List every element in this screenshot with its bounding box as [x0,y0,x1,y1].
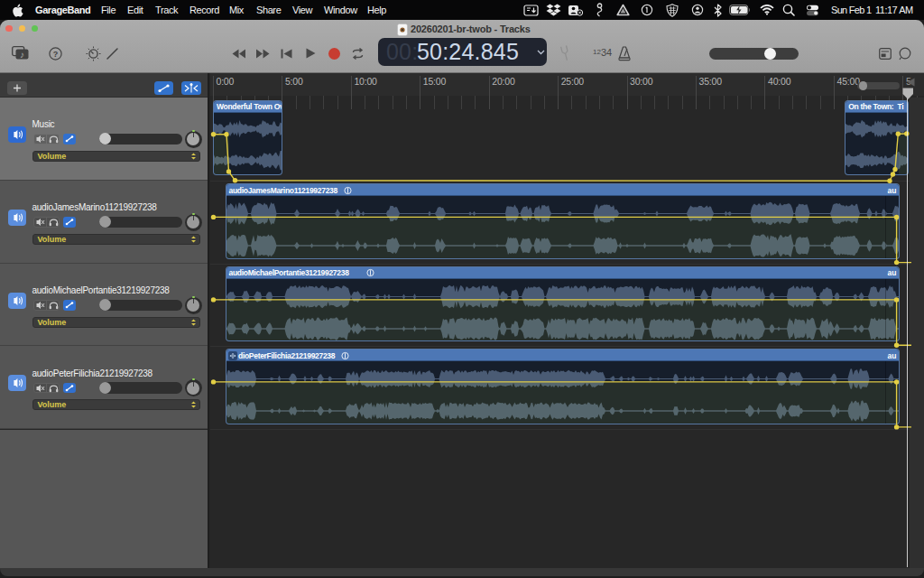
svg-text:?: ? [53,50,59,59]
svg-text:♪: ♪ [20,50,24,60]
